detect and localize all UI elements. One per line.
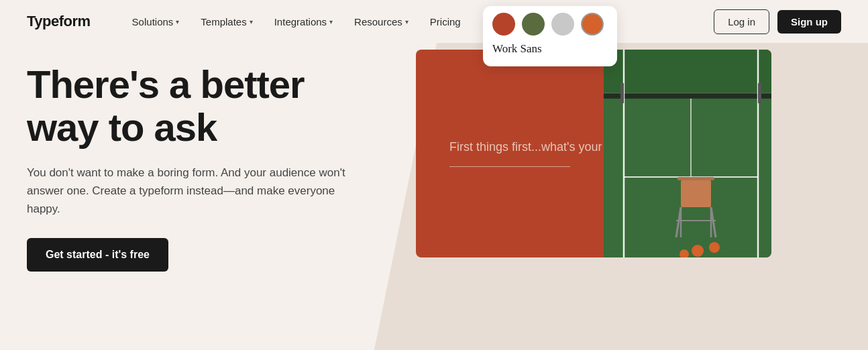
- nav-links: Solutions ▾ Templates ▾ Integrations ▾ R…: [123, 11, 714, 33]
- nav-pricing[interactable]: Pricing: [421, 11, 470, 33]
- svg-rect-9: [681, 180, 711, 207]
- nav-actions: Log in Sign up: [714, 9, 841, 34]
- nav-solutions-label: Solutions: [132, 16, 174, 27]
- logo[interactable]: Typeform: [27, 13, 91, 30]
- chevron-down-icon: ▾: [176, 18, 179, 25]
- hero-left: There's a better way to ask You don't wa…: [0, 43, 389, 350]
- hero-right: Work Sans First things first...what's yo…: [389, 43, 868, 350]
- swatch-gray[interactable]: [551, 13, 574, 36]
- nav-resources-label: Resources: [354, 16, 402, 27]
- swatch-terracotta[interactable]: [492, 13, 515, 36]
- svg-rect-2: [604, 93, 771, 99]
- chevron-down-icon: ▾: [329, 18, 333, 25]
- nav-templates-label: Templates: [201, 16, 246, 27]
- chevron-down-icon: ▾: [250, 18, 253, 25]
- nav-solutions[interactable]: Solutions ▾: [123, 11, 189, 33]
- swatches-row: [492, 13, 604, 36]
- hero-subtitle: You don't want to make a boring form. An…: [27, 164, 349, 219]
- svg-point-16: [709, 242, 720, 253]
- svg-rect-20: [620, 83, 624, 103]
- svg-rect-8: [677, 177, 714, 180]
- main-content: There's a better way to ask You don't wa…: [0, 43, 868, 350]
- svg-rect-1: [604, 50, 771, 97]
- login-button[interactable]: Log in: [714, 9, 769, 34]
- swatch-orange[interactable]: [581, 13, 604, 36]
- color-popup: Work Sans: [483, 6, 617, 66]
- nav-integrations[interactable]: Integrations ▾: [265, 11, 342, 33]
- form-card: First things first...what's your name?: [416, 50, 771, 257]
- hero-title: There's a better way to ask: [27, 63, 362, 149]
- swatch-olive[interactable]: [522, 13, 545, 36]
- navigation: Typeform Solutions ▾ Templates ▾ Integra…: [0, 0, 868, 43]
- nav-templates[interactable]: Templates ▾: [191, 11, 262, 33]
- svg-rect-21: [758, 83, 761, 103]
- form-input-underline: [449, 166, 570, 168]
- chevron-down-icon: ▾: [405, 18, 409, 25]
- nav-pricing-label: Pricing: [430, 16, 461, 27]
- nav-resources[interactable]: Resources ▾: [345, 11, 418, 33]
- tennis-court-image: [604, 50, 771, 257]
- signup-button[interactable]: Sign up: [777, 10, 841, 34]
- svg-point-15: [692, 245, 704, 257]
- nav-integrations-label: Integrations: [274, 16, 327, 27]
- font-name-label: Work Sans: [492, 41, 542, 57]
- get-started-button[interactable]: Get started - it's free: [27, 238, 168, 272]
